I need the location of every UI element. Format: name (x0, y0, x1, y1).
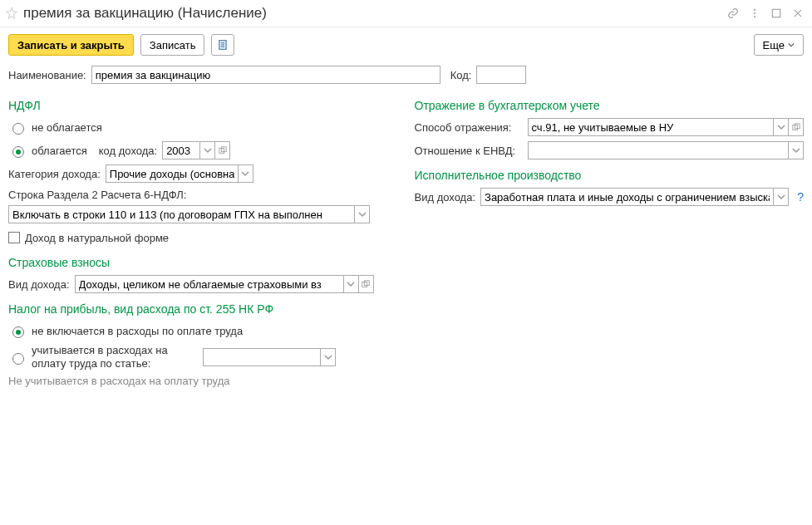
open-icon (792, 123, 800, 131)
profit-note: Не учитывается в расходах на оплату труд… (8, 375, 398, 387)
left-column: НДФЛ не облагается облагается код дохода… (8, 91, 398, 387)
profit-included-row: учитывается в расходах на оплату труда п… (8, 344, 398, 371)
natural-income-checkbox[interactable] (8, 232, 20, 243)
more-button[interactable]: Еще (754, 34, 804, 56)
window-title: премия за вакцинацию (Начисление) (23, 5, 727, 22)
ndfl-heading: НДФЛ (8, 99, 398, 112)
insurance-kind-label: Вид дохода: (8, 278, 70, 291)
profit-not-included-label: не включается в расходы по оплате труда (32, 325, 243, 337)
line6-row (8, 204, 398, 224)
name-label: Наименование: (8, 69, 86, 81)
link-icon[interactable] (727, 7, 739, 19)
line6-combo (8, 205, 370, 223)
insurance-kind-input[interactable] (76, 276, 343, 292)
envd-combo (528, 141, 805, 159)
ndfl-taxed-radio[interactable] (12, 146, 24, 158)
envd-row: Отношение к ЕНВД: (415, 140, 805, 160)
name-code-row: Наименование: Код: (0, 62, 812, 87)
chevron-down-icon (792, 146, 800, 155)
accounting-method-open[interactable] (788, 119, 803, 135)
more-button-label: Еще (763, 39, 785, 52)
insurance-kind-combo (75, 275, 374, 293)
accounting-method-dropdown[interactable] (773, 119, 788, 135)
svg-point-1 (754, 12, 755, 14)
ndfl-taxed-label: облагается (32, 145, 87, 157)
exec-kind-dropdown[interactable] (773, 189, 788, 205)
income-category-label: Категория дохода: (8, 168, 101, 180)
accounting-method-combo (528, 118, 805, 136)
chevron-down-icon (777, 123, 785, 131)
profit-included-label: учитывается в расходах на оплату труда п… (32, 344, 198, 371)
open-icon (219, 146, 227, 155)
profit-article-combo (203, 348, 336, 366)
chevron-down-icon (777, 193, 785, 201)
help-icon[interactable]: ? (797, 190, 804, 204)
line6-input[interactable] (9, 206, 354, 223)
income-category-dropdown[interactable] (238, 165, 253, 182)
income-code-open[interactable] (214, 142, 229, 159)
chevron-down-icon (324, 353, 332, 361)
exec-kind-combo (480, 188, 789, 206)
exec-kind-row: Вид дохода: ? (415, 187, 805, 207)
profit-article-input[interactable] (204, 349, 320, 366)
exec-kind-input[interactable] (481, 189, 773, 205)
titlebar: премия за вакцинацию (Начисление) (0, 0, 812, 27)
report-icon (217, 39, 229, 51)
report-button[interactable] (211, 34, 234, 56)
svg-point-2 (754, 16, 755, 17)
chevron-down-icon (204, 146, 212, 155)
svg-rect-3 (772, 9, 780, 17)
svg-point-0 (754, 9, 755, 11)
natural-income-label: Доход в натуральной форме (25, 232, 169, 244)
income-code-combo (162, 141, 230, 159)
income-code-input[interactable] (163, 142, 199, 159)
accounting-method-input[interactable] (529, 119, 774, 135)
profit-included-radio[interactable] (12, 353, 24, 365)
ndfl-not-taxed-label: не облагается (32, 121, 102, 134)
profit-tax-heading: Налог на прибыль, вид расхода по ст. 255… (8, 302, 398, 316)
line6-label: Строка Раздела 2 Расчета 6-НДФЛ: (8, 189, 398, 201)
line6-dropdown[interactable] (354, 206, 369, 223)
name-input[interactable] (91, 66, 440, 84)
profit-not-included-radio[interactable] (12, 326, 24, 338)
accounting-heading: Отражение в бухгалтерском учете (415, 99, 805, 112)
code-label: Код: (450, 69, 472, 81)
envd-label: Отношение к ЕНВД: (415, 145, 523, 157)
exec-kind-label: Вид дохода: (415, 191, 476, 204)
main-columns: НДФЛ не облагается облагается код дохода… (0, 87, 812, 395)
accounting-method-label: Способ отражения: (415, 121, 523, 134)
profit-article-dropdown[interactable] (320, 349, 335, 366)
toolbar: Записать и закрыть Записать Еще (0, 27, 812, 62)
natural-income-row: Доход в натуральной форме (8, 228, 398, 248)
insurance-kind-row: Вид дохода: (8, 274, 398, 294)
income-category-input[interactable] (106, 165, 238, 182)
income-category-row: Категория дохода: (8, 164, 398, 184)
favorite-star-icon[interactable] (5, 7, 18, 20)
open-icon (362, 280, 370, 288)
right-column: Отражение в бухгалтерском учете Способ о… (415, 91, 805, 387)
accounting-method-row: Способ отражения: (415, 117, 805, 137)
close-icon[interactable] (792, 7, 804, 19)
chevron-down-icon (241, 169, 249, 178)
kebab-menu-icon[interactable] (749, 7, 760, 19)
income-code-label: код дохода: (99, 145, 157, 157)
chevron-down-icon (358, 210, 367, 218)
save-and-close-button[interactable]: Записать и закрыть (8, 34, 134, 56)
chevron-down-icon (347, 280, 355, 288)
ndfl-not-taxed-row: не облагается (8, 117, 398, 137)
income-code-dropdown[interactable] (199, 142, 214, 159)
save-button[interactable]: Записать (140, 34, 205, 56)
income-category-combo (106, 164, 253, 183)
insurance-kind-open[interactable] (358, 276, 373, 292)
exec-heading: Исполнительное производство (415, 169, 805, 182)
envd-dropdown[interactable] (788, 142, 803, 159)
maximize-icon[interactable] (770, 7, 782, 19)
ndfl-not-taxed-radio[interactable] (12, 123, 24, 135)
profit-not-included-row: не включается в расходы по оплате труда (8, 321, 398, 341)
insurance-kind-dropdown[interactable] (343, 276, 358, 292)
code-input[interactable] (476, 66, 526, 84)
chevron-down-icon (788, 42, 795, 48)
insurance-heading: Страховые взносы (8, 256, 398, 269)
envd-input[interactable] (529, 142, 789, 159)
ndfl-taxed-row: облагается код дохода: (8, 140, 398, 160)
